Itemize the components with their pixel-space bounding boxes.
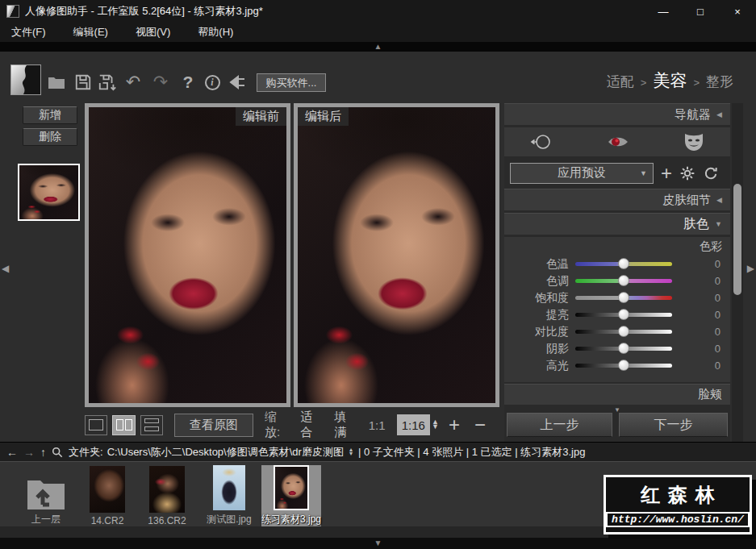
watermark-title: 红森林 [633, 482, 723, 508]
file-thumbnail[interactable] [149, 466, 185, 513]
nav-back-icon[interactable]: ← [6, 447, 18, 458]
panel-scrollbar[interactable] [732, 103, 743, 442]
buy-software-button[interactable]: 购买软件... [257, 73, 326, 92]
redeye-icon[interactable] [604, 133, 632, 151]
folder-label: 文件夹: [69, 445, 103, 460]
folder-stats: | 0 子文件夹 | 4 张照片 | 1 已选定 | 练习素材3.jpg [358, 445, 586, 460]
slider-handle[interactable] [618, 326, 629, 337]
minimize-button[interactable]: — [645, 0, 682, 23]
view-split-horizontal-icon[interactable] [140, 415, 163, 435]
skin-detail-header[interactable]: 皮肤细节 ◀ [504, 189, 730, 210]
close-button[interactable]: × [719, 0, 756, 23]
collapse-down-icon[interactable]: ▼ [374, 539, 382, 547]
contrast-slider[interactable] [575, 330, 672, 334]
tint-slider[interactable] [575, 279, 672, 283]
file-thumbnail[interactable] [274, 465, 309, 510]
slider-handle[interactable] [618, 275, 629, 286]
brighten-slider[interactable] [575, 313, 672, 317]
bottom-collapse-strip[interactable]: ▼ [0, 538, 756, 549]
slider-handle[interactable] [618, 309, 629, 320]
right-panel-collapse-icon[interactable]: ▶ [747, 263, 754, 274]
help-icon[interactable]: ? [178, 73, 198, 92]
after-label: 编辑后 [298, 107, 349, 126]
color-section-label: 色彩 [700, 239, 722, 254]
nav-up-icon[interactable]: ↑ [40, 447, 46, 458]
view-single-icon[interactable] [85, 415, 107, 435]
breadcrumb-fit[interactable]: 适配 [607, 73, 634, 91]
navigator-header[interactable]: 导航器 ◀ [504, 103, 730, 125]
zoom-fit-option[interactable]: 适合 [300, 410, 323, 440]
maximize-button[interactable]: □ [682, 0, 719, 23]
breadcrumb-reshape[interactable]: 整形 [706, 73, 733, 91]
file-item-14[interactable]: 14.CR2 [82, 465, 132, 526]
filmstrip: 上一层 14.CR2 136.CR2 测试图.jpg 练习素材3.jpg 红森林 [0, 461, 756, 538]
menu-view[interactable]: 视图(V) [136, 25, 170, 40]
search-icon[interactable] [52, 447, 63, 458]
tool-icon-row [504, 127, 730, 156]
zoom-out-button[interactable]: − [474, 415, 486, 435]
zoom-in-button[interactable]: + [449, 415, 460, 435]
file-item-136[interactable]: 136.CR2 [142, 465, 192, 526]
previous-step-button[interactable]: 上一步 [507, 413, 612, 437]
scrollbar-thumb[interactable] [733, 184, 741, 295]
zoom-ratio-spinner[interactable]: ▲ ▼ [432, 420, 439, 429]
open-folder-icon[interactable] [46, 73, 67, 92]
top-collapse-strip[interactable]: ▲ [0, 42, 756, 52]
view-split-vertical-icon[interactable] [112, 415, 135, 435]
watermark-url: http://www.hoslin.cn/ [606, 512, 750, 527]
save-as-icon[interactable] [97, 73, 118, 92]
nav-forward-icon[interactable]: → [23, 447, 35, 458]
before-pane: 编辑前 [85, 103, 290, 407]
mask-icon[interactable] [683, 131, 705, 152]
shadows-slider[interactable] [575, 347, 672, 351]
before-label: 编辑前 [236, 107, 286, 126]
plugin-icon[interactable] [226, 73, 247, 92]
history-thumbnail[interactable] [18, 164, 80, 221]
saturation-slider[interactable] [575, 296, 672, 300]
path-sort-icon[interactable]: ▴▾ [349, 448, 353, 456]
collapse-up-icon[interactable]: ▲ [374, 43, 382, 51]
menu-help[interactable]: 帮助(H) [198, 25, 233, 40]
cheek-header[interactable]: 脸颊 [504, 384, 730, 405]
zoom-fill-option[interactable]: 填满 [335, 410, 357, 440]
slider-handle[interactable] [618, 258, 629, 269]
left-panel-collapse-icon[interactable]: ◀ [2, 263, 9, 274]
file-item-practice3-selected[interactable]: 练习素材3.jpg [261, 465, 321, 526]
zoom-actual-option[interactable]: 1:1 [369, 418, 386, 432]
folder-path: C:\Users\陈小二\Desktop\修图调色素材\dr磨皮测图 [107, 445, 344, 460]
add-preset-icon[interactable]: + [661, 164, 672, 183]
info-icon[interactable]: i [202, 73, 223, 92]
menu-file[interactable]: 文件(F) [11, 25, 46, 40]
slider-handle[interactable] [618, 360, 629, 371]
apply-preset-dropdown[interactable]: 应用预设 ▼ [510, 163, 654, 184]
zoom-ratio-value[interactable]: 1:16 [397, 414, 430, 435]
slider-row-highlights: 高光 0 [504, 357, 730, 374]
redo-icon[interactable]: ↷ [150, 73, 171, 92]
collapse-left-icon: ◀ [716, 196, 722, 204]
temperature-slider[interactable] [575, 262, 672, 266]
up-folder-item[interactable]: 上一层 [18, 465, 74, 526]
menu-edit[interactable]: 编辑(E) [73, 25, 108, 40]
undo-icon[interactable]: ↶ [123, 73, 144, 92]
slider-handle[interactable] [618, 292, 629, 303]
file-thumbnail[interactable] [90, 466, 125, 513]
file-item-test[interactable]: 测试图.jpg [200, 465, 258, 526]
highlights-slider[interactable] [575, 364, 672, 368]
file-thumbnail[interactable] [213, 465, 245, 510]
spinner-down-icon[interactable]: ▼ [432, 425, 439, 430]
slider-handle[interactable] [618, 343, 629, 354]
preset-refresh-icon[interactable] [703, 165, 719, 181]
skin-tone-header[interactable]: 肤色 ▼ [504, 213, 730, 235]
add-button[interactable]: 新增 [23, 106, 77, 124]
preset-settings-icon[interactable] [679, 165, 695, 181]
reset-circle-icon[interactable] [529, 131, 553, 152]
dropdown-caret-icon: ▼ [640, 169, 647, 177]
save-icon[interactable] [73, 73, 94, 92]
next-step-button[interactable]: 下一步 [619, 413, 728, 437]
slider-row-contrast: 对比度 0 [504, 323, 730, 340]
breadcrumb-beauty[interactable]: 美容 [653, 69, 687, 92]
slider-row-brighten: 提亮 0 [504, 306, 730, 323]
view-original-button[interactable]: 查看原图 [174, 414, 253, 437]
delete-button[interactable]: 删除 [23, 128, 77, 146]
slider-row-shadows: 阴影 0 [504, 340, 730, 357]
